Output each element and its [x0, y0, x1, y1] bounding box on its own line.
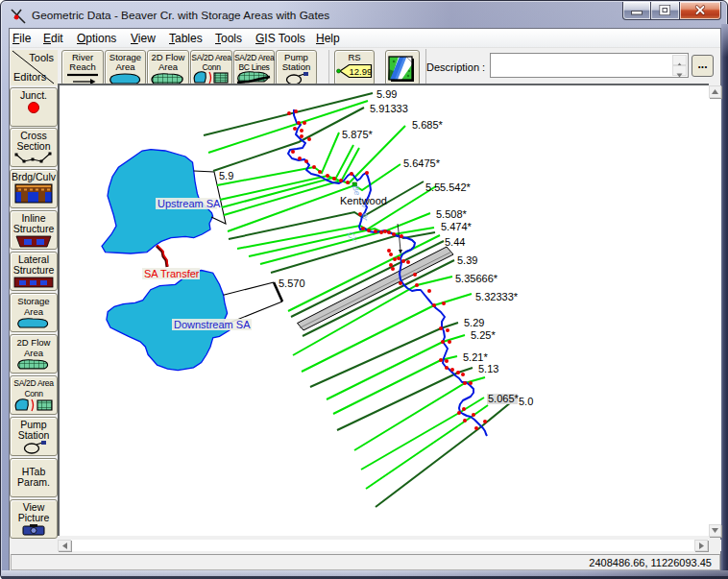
svg-text:5.570: 5.570 — [279, 277, 305, 289]
svg-text:5.29: 5.29 — [464, 317, 484, 328]
svg-text:5.0: 5.0 — [519, 396, 533, 407]
svg-text:5.065*: 5.065* — [488, 393, 520, 404]
svg-text:5.5: 5.5 — [425, 181, 440, 193]
svg-text:5.13: 5.13 — [478, 363, 498, 374]
svg-text:5.44: 5.44 — [445, 236, 465, 248]
svg-text:5.39: 5.39 — [457, 254, 477, 266]
svg-text:5.35666*: 5.35666* — [455, 273, 498, 284]
svg-text:5.474*: 5.474* — [441, 221, 473, 232]
svg-text:5.21*: 5.21* — [463, 351, 488, 363]
svg-text:5.91333: 5.91333 — [370, 103, 408, 114]
svg-text:SA Transfer: SA Transfer — [144, 268, 200, 279]
svg-text:Upstream SA: Upstream SA — [158, 198, 221, 209]
svg-text:5.32333*: 5.32333* — [475, 291, 519, 302]
svg-text:5.875*: 5.875* — [342, 129, 374, 140]
svg-text:Kentwood: Kentwood — [340, 195, 387, 206]
svg-text:Downstream SA: Downstream SA — [174, 319, 251, 330]
svg-text:12.99: 12.99 — [350, 66, 373, 77]
svg-text:5.25*: 5.25* — [471, 329, 496, 341]
svg-text:5.542*: 5.542* — [440, 181, 472, 193]
svg-text:5.508*: 5.508* — [436, 208, 468, 220]
svg-text:5.9: 5.9 — [219, 170, 233, 181]
svg-text:5.685*: 5.685* — [412, 119, 444, 131]
svg-text:5.99: 5.99 — [376, 88, 397, 100]
svg-text:5.6475*: 5.6475* — [403, 157, 441, 169]
